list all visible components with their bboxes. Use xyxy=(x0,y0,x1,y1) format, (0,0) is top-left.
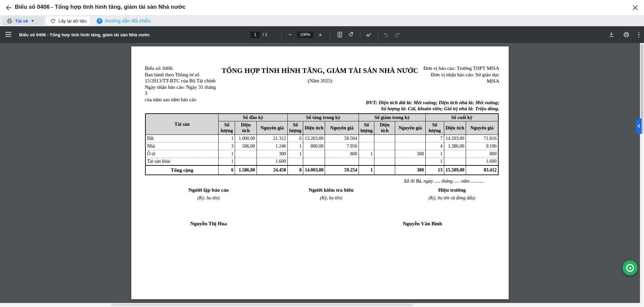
col-header-sub: Diện tích xyxy=(235,121,257,135)
redo-icon[interactable] xyxy=(394,32,400,37)
collapse-panel-tab[interactable] xyxy=(636,118,642,134)
value-cell xyxy=(359,142,374,150)
signature-note: (Ký, họ tên) xyxy=(162,195,256,201)
printer-icon xyxy=(7,18,12,24)
col-header-sub: Số lượng xyxy=(425,121,444,135)
col-header-sub: Nguyên giá xyxy=(257,121,287,135)
zoom-in-button[interactable]: + xyxy=(319,32,322,38)
help-circle-icon: ? xyxy=(97,18,102,24)
download-tab[interactable]: Tải về xyxy=(3,16,44,25)
signature-column-principal: Hiệu trưởng (Ký, họ tên và đóng dấu) xyxy=(403,187,501,201)
meta-right-line: Đơn vị nhận báo cáo: Sở giáo dục MISA xyxy=(419,72,499,84)
col-header-sub: Diện tích xyxy=(444,121,466,135)
signature-column-preparer: Người lập báo cáo (Ký, họ tên) xyxy=(162,187,256,201)
doc-meta-right: Đơn vị báo cáo: Trường THPT MISA Đơn vị … xyxy=(419,65,499,84)
total-value-cell: 14.003,00 xyxy=(303,165,325,175)
signature-note: (Ký, họ tên) xyxy=(284,195,378,201)
page-number-input[interactable]: 1 xyxy=(250,32,260,38)
rotate-icon[interactable] xyxy=(348,32,354,38)
value-cell: 1.000,00 xyxy=(235,135,257,142)
close-icon[interactable] xyxy=(631,4,639,12)
document-page: Biểu số: 0406 Ban hành theo Thông tư số … xyxy=(131,46,509,299)
value-cell xyxy=(395,135,425,142)
total-value-cell: 15.589,00 xyxy=(444,165,466,175)
col-header-sub: Số lượng xyxy=(359,121,374,135)
total-value-cell: 8 xyxy=(288,165,303,175)
toolbar-divider xyxy=(281,31,282,38)
col-header-sub: Nguyên giá xyxy=(325,121,359,135)
download-icon[interactable] xyxy=(608,32,614,38)
value-cell xyxy=(325,158,359,165)
value-cell: 300 xyxy=(257,150,287,158)
col-header-group: Số cuối kỳ xyxy=(425,114,498,121)
unit-note: ĐVT: Diện tích đất là: Mét vuông; Diện t… xyxy=(291,100,499,112)
report-title: TỔNG HỢP TÌNH HÌNH TĂNG, GIẢM TÀI SẢN NH… xyxy=(205,67,435,75)
total-value-cell: 83.412 xyxy=(466,165,498,175)
value-cell: 1 xyxy=(359,150,374,158)
signature-title: Hiệu trưởng xyxy=(403,187,501,193)
guide-tab[interactable]: ? Hướng dẫn đối chiếu xyxy=(93,16,155,25)
zoom-level-button[interactable]: 100% xyxy=(297,32,313,38)
more-options-icon[interactable] xyxy=(638,32,640,38)
report-subtitle: (Năm 2025) xyxy=(205,78,435,84)
asset-name-cell: Ô tô xyxy=(145,150,219,158)
value-cell: 50.504 xyxy=(325,135,359,142)
table-row: Tài sản khác11.60011.600 xyxy=(145,158,498,165)
col-header-sub: Diện tích xyxy=(374,121,395,135)
col-header-group: Số tăng trong kỳ xyxy=(288,114,359,121)
total-value-cell: 300 xyxy=(395,165,425,175)
total-value-cell: 1 xyxy=(359,165,374,175)
fit-page-icon[interactable] xyxy=(337,32,342,38)
meta-left-line: Ngày nhận báo cáo: Ngày 31 tháng 3 xyxy=(145,84,218,97)
col-header-sub: Số lượng xyxy=(288,121,303,135)
value-cell xyxy=(374,158,395,165)
app-header: Biểu số 0406 - Tổng hợp tình hình tăng, … xyxy=(0,0,644,15)
value-cell xyxy=(395,142,425,150)
value-cell xyxy=(359,135,374,142)
vertical-scrollbar[interactable] xyxy=(640,43,644,307)
support-chat-button[interactable] xyxy=(623,260,638,275)
undo-icon[interactable] xyxy=(383,32,389,37)
value-cell: 800 xyxy=(466,150,498,158)
total-value-cell: 6 xyxy=(219,165,235,175)
guide-tab-label: Hướng dẫn đối chiếu xyxy=(105,18,151,24)
value-cell: 7.950 xyxy=(325,142,359,150)
back-icon[interactable] xyxy=(5,4,13,12)
value-cell: 586,00 xyxy=(235,142,257,150)
value-cell: 13.203,00 xyxy=(303,135,325,142)
pdf-right-controls xyxy=(608,26,640,43)
col-header-sub: Số lượng xyxy=(219,121,235,135)
total-value-cell: 59.254 xyxy=(325,165,359,175)
value-cell xyxy=(303,158,325,165)
value-cell: 1 xyxy=(219,158,235,165)
value-cell: 1 xyxy=(219,150,235,158)
menu-icon[interactable] xyxy=(5,32,11,37)
col-header-group: Số đầu kỳ xyxy=(219,114,288,121)
horizontal-scrollbar[interactable] xyxy=(0,303,640,307)
table-row: Nhà3586,001.2461800,007.95041.386,009.19… xyxy=(145,142,498,150)
horizontal-scrollbar-thumb[interactable] xyxy=(111,304,413,306)
value-cell: 71.816 xyxy=(466,135,498,142)
total-value-cell xyxy=(374,165,395,175)
value-cell xyxy=(288,158,303,165)
asset-name-cell: Nhà xyxy=(145,142,219,150)
value-cell xyxy=(374,135,395,142)
value-cell: 7 xyxy=(425,135,444,142)
value-cell: 3 xyxy=(219,142,235,150)
print-icon[interactable] xyxy=(623,32,630,38)
page-title: Biểu số 0406 - Tổng hợp tình hình tăng, … xyxy=(15,4,186,10)
unit-note-line: Số lượng là: Cái, khuôn viên; Giá trị nh… xyxy=(291,106,499,112)
meta-left-line: của năm sau năm báo cáo xyxy=(145,97,218,103)
value-cell: 1 xyxy=(425,158,444,165)
annotate-pen-icon[interactable] xyxy=(366,32,372,37)
value-cell: 1.600 xyxy=(466,158,498,165)
signature-title: Người kiểm tra biểu xyxy=(284,187,378,193)
toolbar-divider xyxy=(330,31,330,38)
col-header-sub: Nguyên giá xyxy=(395,121,425,135)
report-table-body: Đất11.000,0021.312613.203,0050.504714.20… xyxy=(145,135,498,175)
toolbar-divider xyxy=(360,31,360,38)
value-cell xyxy=(359,158,374,165)
total-value-cell: 13 xyxy=(425,165,444,175)
zoom-out-button[interactable]: − xyxy=(288,32,292,38)
reload-data-tab[interactable]: Lấy lại dữ liệu xyxy=(46,16,90,25)
